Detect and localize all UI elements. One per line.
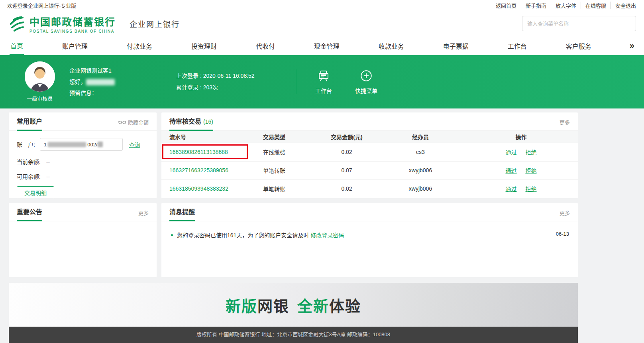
bank-names: 中国邮政储蓄银行 POSTAL SAVINGS BANK OF CHINA: [29, 14, 116, 34]
nav-item-home[interactable]: 首页: [10, 37, 24, 55]
available-balance-row: 可用余额: --: [17, 172, 149, 180]
reject-link[interactable]: 拒绝: [525, 149, 536, 156]
nav-item-customer-service[interactable]: 客户服务: [565, 37, 592, 55]
hide-amount-toggle[interactable]: 隐藏金额: [118, 118, 149, 130]
transaction-type: 在线缴费: [255, 143, 317, 161]
company-name: 企业网银测试客1: [69, 65, 169, 76]
banner-divider: [296, 69, 296, 94]
transaction-operator: xwyjb006: [377, 179, 464, 198]
table-header-row: 流水号 交易类型 交易金额(元) 经办员 操作: [161, 131, 578, 143]
nav-item-cash-management[interactable]: 现金管理: [313, 37, 340, 55]
approve-link[interactable]: 通过: [506, 168, 517, 174]
hide-amount-label: 隐藏金额: [128, 118, 149, 126]
shortcut-workbench[interactable]: 工作台: [315, 69, 332, 95]
menu-search: [522, 16, 636, 31]
available-balance-value: --: [46, 173, 50, 180]
bank-logo: 中国邮政储蓄银行 POSTAL SAVINGS BANK OF CHINA: [8, 14, 116, 34]
account-select-field[interactable]: 1002/: [40, 138, 123, 151]
messages-more-link[interactable]: 更多: [560, 209, 570, 221]
frequent-accounts-title: 常用账户: [17, 116, 42, 131]
approve-link[interactable]: 通过: [506, 149, 517, 156]
link-return-home[interactable]: 返回首页: [491, 2, 521, 9]
nav-item-account-management[interactable]: 账户管理: [61, 37, 88, 55]
main-nav: 首页 账户管理 付款业务 投资理财 代收付 现金管理 收款业务 电子票据 工作台…: [0, 37, 644, 55]
user-banner: 一级审核员 企业网银测试客1 您好， 预留信息： 上次登录 : 2020-06-…: [0, 55, 644, 108]
change-password-link[interactable]: 修改登录密码: [310, 232, 344, 239]
table-row: 1663890826113138688 在线缴费 0.02 cs3 通过 拒绝: [161, 143, 578, 161]
current-balance-row: 当前余额: --: [17, 158, 149, 166]
nav-item-e-bills[interactable]: 电子票据: [442, 37, 469, 55]
nav-item-receivables[interactable]: 收款业务: [378, 37, 405, 55]
blurred-account-suffix: [98, 142, 103, 147]
bank-logo-icon: [8, 14, 26, 33]
transaction-amount: 0.07: [317, 161, 377, 179]
pending-transactions-card: 待审核交易 (16) 更多 流水号 交易类型 交易金额(元) 经办员 操作: [161, 112, 578, 198]
current-balance-value: --: [46, 159, 50, 165]
pending-count: (16): [203, 118, 213, 125]
transaction-type: 单笔转账: [255, 161, 317, 179]
notice-more-link[interactable]: 更多: [138, 209, 149, 221]
promo-text: 新版网银全新体验: [226, 294, 361, 316]
topbar-links: 返回首页 新手指南 放大字体 在线客服 安全退出: [491, 2, 636, 9]
col-amount: 交易金额(元): [317, 131, 377, 143]
important-notice-card: 重要公告 更多: [9, 203, 157, 277]
approve-link[interactable]: 通过: [506, 186, 517, 192]
col-type: 交易类型: [255, 131, 317, 143]
product-name: 企业网上银行: [130, 18, 180, 29]
transaction-serial-link[interactable]: 1663890826113138688: [169, 149, 228, 155]
top-utility-bar: 欢迎登录企业网上银行-专业版 返回首页 新手指南 放大字体 在线客服 安全退出: [0, 0, 644, 10]
transaction-serial-link[interactable]: 1663185093948383232: [169, 185, 228, 192]
col-serial: 流水号: [161, 131, 255, 143]
total-login: 累计登录 : 203次: [176, 82, 296, 93]
bullet-dot-icon: [171, 234, 173, 236]
nav-more-chevron-icon[interactable]: »: [630, 37, 634, 55]
nav-item-payment[interactable]: 付款业务: [126, 37, 153, 55]
link-online-service[interactable]: 在线客服: [581, 2, 611, 9]
avatar: [25, 61, 55, 92]
transaction-amount: 0.02: [317, 143, 377, 161]
col-operator: 经办员: [377, 131, 464, 143]
pending-transactions-table: 流水号 交易类型 交易金额(元) 经办员 操作 1663890826113138…: [161, 131, 578, 198]
greeting-line: 您好，: [69, 76, 169, 87]
login-stats: 上次登录 : 2020-06-11 16:08:52 累计登录 : 203次: [176, 70, 296, 93]
transaction-detail-button[interactable]: 交易明细: [17, 186, 54, 198]
query-link[interactable]: 查询: [129, 140, 140, 148]
nav-item-investment[interactable]: 投资理财: [190, 37, 218, 55]
link-safe-logout[interactable]: 安全退出: [611, 2, 636, 9]
col-action: 操作: [464, 131, 578, 143]
link-beginner-guide[interactable]: 新手指南: [521, 2, 551, 9]
pending-more-link[interactable]: 更多: [560, 118, 570, 130]
nav-item-collection-payment[interactable]: 代收付: [255, 37, 276, 55]
message-reminder-card: 消息提醒 更多 您的登录密码已使用161天，为了您的账户安全请及时修改登录密码 …: [161, 203, 578, 277]
shortcut-quick-menu[interactable]: 快捷菜单: [355, 69, 377, 95]
transaction-operator: xwyjb006: [377, 161, 464, 179]
important-notice-title: 重要公告: [17, 207, 42, 221]
promo-banner: 新版网银全新体验: [9, 283, 578, 327]
menu-search-input[interactable]: [522, 16, 636, 31]
message-reminder-title: 消息提醒: [169, 207, 195, 221]
bank-name-en: POSTAL SAVINGS BANK OF CHINA: [29, 29, 116, 34]
footer-copyright: 版权所有 中国邮政储蓄银行 地址：北京市西城区金融大街3号A座 邮政编码：100…: [9, 327, 578, 343]
reject-link[interactable]: 拒绝: [525, 168, 536, 174]
header-divider: [123, 17, 123, 30]
link-enlarge-font[interactable]: 放大字体: [551, 2, 581, 9]
main-content: 常用账户 隐藏金额 账 户: 1002/ 查询: [0, 108, 644, 343]
account-label: 账 户:: [17, 140, 40, 148]
nav-item-workbench[interactable]: 工作台: [507, 37, 528, 55]
last-login: 上次登录 : 2020-06-11 16:08:52: [176, 70, 296, 82]
quick-menu-label: 快捷菜单: [355, 87, 377, 95]
transaction-serial-link[interactable]: 1663271663225389056: [169, 167, 228, 173]
transaction-operator: cs3: [377, 143, 464, 161]
message-text: 您的登录密码已使用161天，为了您的账户安全请及时: [177, 232, 309, 239]
bank-name-cn: 中国邮政储蓄银行: [29, 14, 116, 28]
workbench-label: 工作台: [315, 87, 332, 95]
welcome-text: 欢迎登录企业网上银行-专业版: [7, 2, 76, 9]
user-info: 企业网银测试客1 您好， 预留信息：: [69, 65, 169, 99]
blurred-account-digits: [48, 142, 86, 147]
table-row: 1663185093948383232 单笔转账 0.02 xwyjb006 通…: [161, 179, 578, 198]
transaction-amount: 0.02: [317, 179, 377, 198]
reserved-info-label: 预留信息：: [69, 87, 169, 99]
frequent-accounts-card: 常用账户 隐藏金额 账 户: 1002/ 查询: [9, 112, 157, 198]
reject-link[interactable]: 拒绝: [525, 186, 536, 192]
message-item: 您的登录密码已使用161天，为了您的账户安全请及时修改登录密码 06-13: [161, 221, 578, 239]
